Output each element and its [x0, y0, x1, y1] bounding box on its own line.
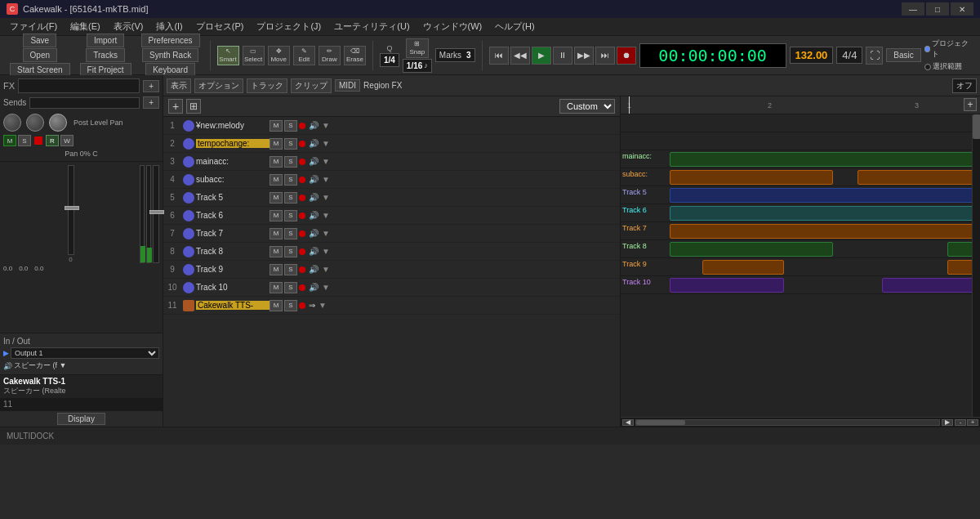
select-tool-btn[interactable]: ▭ Select — [243, 46, 265, 65]
track-2-m-btn[interactable]: M — [270, 138, 283, 150]
marks-box[interactable]: Marks 3 — [435, 48, 475, 62]
pause-btn[interactable]: ⏸ — [553, 47, 572, 65]
track10-clip-2[interactable] — [882, 278, 977, 293]
preferences-button[interactable]: Preferences — [141, 34, 200, 47]
clip-row-8[interactable]: Track 8 — [621, 240, 980, 258]
clip-dropdown[interactable]: クリップ — [291, 78, 332, 93]
hscroll-thumb[interactable] — [636, 420, 685, 425]
snap-value-box[interactable]: 1/16 ♪ — [403, 59, 432, 73]
snap-btn[interactable]: ⊞ Snap — [406, 38, 429, 58]
draw-tool-btn[interactable]: ✏ Draw — [318, 46, 341, 65]
time-sig-display[interactable]: 4/4 — [836, 47, 862, 64]
synth-rack-button[interactable]: Synth Rack — [142, 48, 198, 62]
track10-clip-1[interactable] — [670, 278, 784, 293]
rewind-btn[interactable]: ◀◀ — [510, 47, 530, 65]
preset-dropdown[interactable]: Basic — [886, 48, 920, 62]
track-3-s-btn[interactable]: S — [284, 156, 297, 168]
maximize-btn[interactable]: □ — [926, 2, 949, 16]
selection-radio[interactable]: 選択範囲 — [924, 61, 973, 72]
menu-window[interactable]: ウィンドウ(W) — [416, 19, 489, 34]
track-6-m-btn[interactable]: M — [270, 210, 283, 221]
menu-file[interactable]: ファイル(F) — [3, 19, 64, 34]
channel-m-btn[interactable]: M — [3, 135, 16, 146]
channel-s-btn[interactable]: S — [18, 135, 31, 146]
tempo-display[interactable]: 132.00 — [790, 47, 834, 64]
clip-row-2[interactable] — [621, 132, 980, 150]
track7-clip[interactable] — [670, 224, 977, 239]
hscroll-left[interactable]: ◀ — [622, 419, 634, 426]
fader-2[interactable] — [146, 165, 151, 263]
clip-row-3[interactable]: mainacc: — [621, 150, 980, 168]
track-7-s-btn[interactable]: S — [284, 228, 297, 239]
menu-process[interactable]: プロセス(P) — [189, 19, 251, 34]
clip-row-7[interactable]: Track 7 — [621, 222, 980, 240]
clip-row-4[interactable]: subacc: — [621, 168, 980, 186]
track-7-arrow[interactable]: ▼ — [322, 229, 330, 238]
track-1-arrow[interactable]: ▼ — [322, 121, 330, 130]
smart-tool-btn[interactable]: ↖ Smart — [217, 46, 239, 65]
menu-edit[interactable]: 編集(E) — [64, 19, 107, 34]
right-fader-track[interactable] — [153, 165, 159, 263]
fader-1[interactable] — [140, 165, 145, 263]
fx-add-btn[interactable]: + — [143, 80, 159, 92]
rewind-start-btn[interactable]: ⏮ — [489, 47, 509, 65]
clone-track-btn[interactable]: ⊞ — [186, 99, 201, 114]
open-button[interactable]: Open — [23, 48, 57, 62]
clip-row-9[interactable]: Track 9 — [621, 258, 980, 276]
track-9-s-btn[interactable]: S — [284, 264, 297, 275]
track-8-m-btn[interactable]: M — [270, 246, 283, 257]
fx-chain[interactable] — [18, 78, 140, 93]
fullscreen-btn[interactable]: ⛶ — [866, 47, 883, 65]
track6-clip[interactable] — [670, 206, 977, 221]
post-knob[interactable] — [3, 114, 21, 132]
quantize-box[interactable]: 1/4 — [380, 53, 399, 67]
zoom-in-btn[interactable]: + — [967, 419, 978, 426]
clip-row-1[interactable] — [621, 114, 980, 132]
clip-row-5[interactable]: Track 5 — [621, 186, 980, 204]
menu-insert[interactable]: 挿入(I) — [149, 19, 189, 34]
track-2-s-btn[interactable]: S — [284, 138, 297, 150]
right-fader-thumb[interactable] — [149, 210, 164, 214]
track-6-s-btn[interactable]: S — [284, 210, 297, 221]
option-dropdown[interactable]: オプション — [194, 78, 243, 93]
add-clip-btn[interactable]: + — [964, 98, 977, 111]
project-radio[interactable]: プロジェクト — [924, 38, 973, 60]
off-label[interactable]: オフ — [952, 78, 977, 93]
save-button[interactable]: Save — [23, 34, 56, 47]
clip-row-10[interactable]: Track 10 — [621, 276, 980, 294]
sends-add-btn[interactable]: + — [143, 96, 159, 109]
import-button[interactable]: Import — [87, 34, 124, 47]
track-8-s-btn[interactable]: S — [284, 246, 297, 257]
minimize-btn[interactable]: — — [902, 2, 924, 16]
clip-row-6[interactable]: Track 6 — [621, 204, 980, 222]
track-5-arrow[interactable]: ▼ — [322, 193, 330, 202]
hscroll-track[interactable] — [635, 419, 940, 426]
forward-end-btn[interactable]: ⏭ — [595, 47, 615, 65]
erase-tool-btn[interactable]: ⌫ Erase — [344, 46, 366, 65]
view-dropdown[interactable]: 表示 — [167, 78, 191, 93]
track-11-m-btn[interactable]: M — [270, 300, 283, 311]
timeline-vscroll-thumb[interactable] — [973, 114, 980, 139]
track-1-m-btn[interactable]: M — [270, 120, 283, 132]
track8-clip-1[interactable] — [670, 242, 833, 257]
window-controls[interactable]: — □ ✕ — [902, 2, 973, 16]
track-3-m-btn[interactable]: M — [270, 156, 283, 168]
menu-view[interactable]: 表示(V) — [107, 19, 150, 34]
sends-chain[interactable] — [29, 97, 140, 109]
track-5-s-btn[interactable]: S — [284, 192, 297, 204]
custom-preset-select[interactable]: Custom — [559, 99, 615, 114]
track-4-arrow[interactable]: ▼ — [322, 175, 330, 184]
menu-help[interactable]: ヘルプ(H) — [488, 19, 541, 34]
menu-utility[interactable]: ユーティリティ(U) — [327, 19, 416, 34]
subacc-clip-1[interactable] — [670, 170, 833, 185]
output-select[interactable]: Output 1 — [11, 347, 159, 359]
level-knob[interactable] — [26, 114, 44, 132]
tracks-button[interactable]: Tracks — [86, 48, 125, 62]
record-btn[interactable]: ⏺ — [617, 47, 636, 65]
track-9-arrow[interactable]: ▼ — [322, 265, 330, 274]
midi-dropdown[interactable]: MIDI — [335, 79, 360, 92]
track-2-arrow[interactable]: ▼ — [322, 139, 330, 148]
track-4-m-btn[interactable]: M — [270, 174, 283, 186]
timeline-hscroll[interactable]: ◀ ▶ - + — [621, 417, 980, 427]
track9-clip-1[interactable] — [702, 260, 784, 275]
